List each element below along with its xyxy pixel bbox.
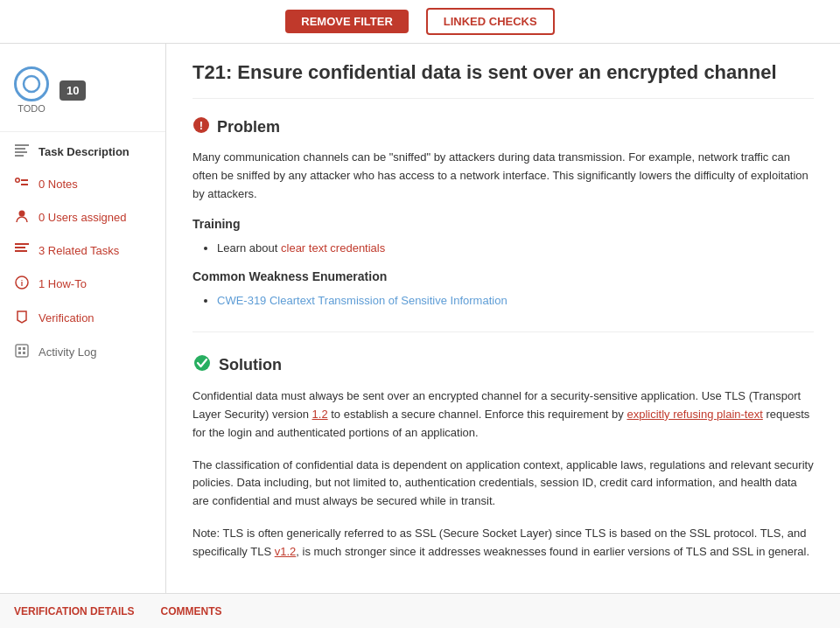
todo-badge: 10	[60, 80, 86, 101]
sidebar-item-task-description[interactable]: Task Description	[0, 136, 165, 168]
todo-circle-icon	[22, 74, 41, 94]
bottom-bar: VERIFICATION DETAILS COMMENTS	[0, 593, 840, 628]
svg-point-6	[17, 179, 19, 182]
task-description-label: Task Description	[38, 145, 130, 158]
how-to-icon: i	[14, 276, 30, 292]
svg-point-23	[194, 355, 210, 371]
svg-rect-20	[23, 352, 25, 354]
cwe-list-item: CWE-319 Cleartext Transmission of Sensit…	[217, 290, 814, 311]
sidebar-divider	[0, 131, 165, 132]
cwe-list: CWE-319 Cleartext Transmission of Sensit…	[192, 290, 814, 311]
notes-label: 0 Notes	[38, 178, 78, 191]
svg-rect-7	[21, 179, 28, 181]
svg-point-0	[24, 76, 39, 92]
solution-section-title: Solution	[192, 353, 814, 377]
remove-filter-button[interactable]: REMOVE FILTER	[285, 10, 408, 33]
solution-heading: Solution	[219, 356, 282, 374]
todo-label: TODO	[18, 103, 46, 114]
solution-body2: The classification of confidential data …	[192, 457, 814, 511]
training-heading: Training	[192, 217, 814, 231]
verification-icon	[14, 310, 30, 326]
solution-icon	[192, 353, 212, 377]
training-list-item: Learn about clear text credentials	[217, 238, 814, 258]
sidebar-item-how-to[interactable]: i 1 How-To	[0, 267, 165, 301]
users-icon	[14, 209, 30, 226]
task-description-icon	[14, 144, 30, 159]
svg-rect-19	[18, 352, 21, 354]
top-bar-buttons: REMOVE FILTER LINKED CHECKS	[285, 8, 554, 35]
page-title: T21: Ensure confidential data is sent ov…	[192, 61, 814, 99]
problem-section-title: ! Problem	[192, 116, 814, 138]
tls-v12-link[interactable]: v1.2	[275, 545, 297, 558]
top-bar: REMOVE FILTER LINKED CHECKS	[0, 0, 840, 44]
problem-heading: Problem	[217, 118, 280, 136]
svg-marker-15	[18, 311, 26, 323]
explicitly-refusing-link[interactable]: explicitly refusing plain-text	[626, 408, 762, 421]
sidebar-item-users-assigned[interactable]: 0 Users assigned	[0, 200, 165, 234]
sidebar-item-related-tasks[interactable]: 3 Related Tasks	[0, 234, 165, 267]
svg-rect-1	[15, 144, 29, 146]
problem-icon: !	[192, 116, 210, 138]
notes-icon	[14, 177, 30, 192]
main-content: T21: Ensure confidential data is sent ov…	[166, 44, 840, 593]
cwe-link[interactable]: CWE-319 Cleartext Transmission of Sensit…	[217, 294, 508, 307]
clear-text-credentials-link[interactable]: clear text credentials	[281, 241, 385, 255]
svg-point-9	[19, 211, 25, 217]
svg-rect-10	[15, 243, 29, 245]
related-tasks-label: 3 Related Tasks	[38, 244, 119, 257]
cwe-heading: Common Weakness Enumeration	[192, 269, 814, 283]
svg-rect-8	[21, 184, 28, 185]
verification-details-item[interactable]: VERIFICATION DETAILS	[14, 605, 135, 618]
related-tasks-icon	[14, 243, 30, 258]
sidebar-item-activity-log[interactable]: Activity Log	[0, 335, 165, 369]
learn-about-text: Learn about	[217, 241, 281, 255]
solution-body1: Confidential data must always be sent ov…	[192, 387, 814, 442]
svg-rect-18	[23, 347, 25, 350]
svg-rect-11	[15, 247, 25, 248]
main-container: TODO 10 Task Description	[0, 44, 840, 593]
sidebar-item-verification[interactable]: Verification	[0, 301, 165, 335]
svg-text:!: !	[200, 119, 203, 132]
section-divider	[192, 331, 814, 332]
sidebar-header: TODO 10	[0, 58, 165, 128]
svg-rect-16	[16, 345, 28, 357]
sidebar-item-notes[interactable]: 0 Notes	[0, 168, 165, 200]
svg-rect-4	[15, 155, 24, 157]
todo-circle	[14, 66, 49, 101]
comments-item[interactable]: COMMENTS	[161, 605, 222, 618]
svg-rect-3	[15, 151, 27, 153]
how-to-label: 1 How-To	[38, 277, 87, 290]
svg-rect-17	[18, 347, 21, 350]
svg-rect-12	[15, 250, 27, 252]
training-list: Learn about clear text credentials	[192, 238, 814, 258]
svg-rect-2	[15, 148, 25, 150]
activity-log-icon	[14, 344, 30, 360]
solution-body3: Note: TLS is often generically referred …	[192, 525, 814, 562]
verification-label: Verification	[38, 311, 94, 324]
users-assigned-label: 0 Users assigned	[38, 211, 126, 224]
svg-text:i: i	[21, 279, 24, 288]
activity-log-label: Activity Log	[38, 345, 96, 359]
linked-checks-button[interactable]: LINKED CHECKS	[426, 8, 555, 35]
sidebar: TODO 10 Task Description	[0, 44, 166, 593]
tls-1-2-link[interactable]: 1.2	[312, 408, 328, 421]
problem-body: Many communication channels can be "snif…	[192, 149, 814, 203]
